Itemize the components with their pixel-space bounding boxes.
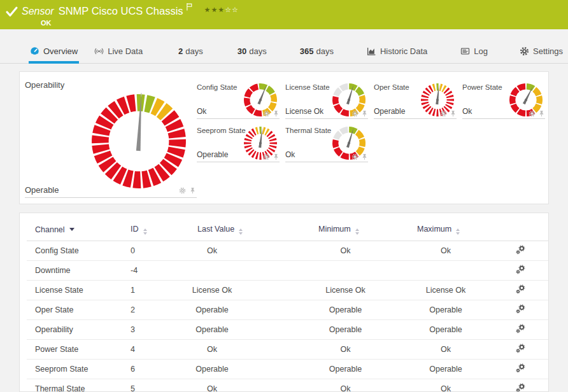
gauge-settings-gear-icon[interactable] <box>263 153 270 160</box>
tab-30-days[interactable]: 30days <box>236 39 268 63</box>
gauge-cell-config-state: Config StateOk <box>197 82 280 119</box>
tab-bar: OverviewLive Data2days30days365daysHisto… <box>0 39 568 64</box>
cell-id: 3 <box>122 320 189 340</box>
gauge-pin-icon[interactable] <box>273 153 280 160</box>
cell-last-value: Ok <box>189 340 310 360</box>
column-header-id[interactable]: ID <box>122 222 189 241</box>
cell-id: 0 <box>122 241 189 261</box>
gauge-settings-gear-icon[interactable] <box>529 110 536 117</box>
cell-id: 1 <box>122 281 189 300</box>
tab-2-days[interactable]: 2days <box>177 39 204 63</box>
edit-channel-button[interactable] <box>516 265 525 274</box>
gauge-pin-icon[interactable] <box>361 110 368 117</box>
gauge-pin-icon[interactable] <box>450 110 457 117</box>
operability-gauge[interactable] <box>90 93 187 192</box>
channels-panel: ChannelIDLast ValueMinimumMaximum Config… <box>19 213 549 392</box>
column-header-channel[interactable]: Channel <box>27 222 122 241</box>
cell-last-value: Operable <box>189 300 310 320</box>
tab-settings[interactable]: Settings <box>518 39 564 63</box>
cell-last-value: License Ok <box>189 281 310 300</box>
cell-minimum: Operable <box>310 320 409 340</box>
sort-desc-icon <box>69 228 75 231</box>
gauge-settings-gear-icon[interactable] <box>263 110 270 117</box>
cell-last-value: Operable <box>189 360 310 379</box>
chart-icon <box>367 46 376 56</box>
star-empty-icon[interactable]: ☆ <box>225 6 232 14</box>
gauge-settings-gear-icon[interactable] <box>351 153 359 160</box>
table-row-license-state: License State1License OkLicense OkLicens… <box>27 281 549 300</box>
table-row-oper-state: Oper State2OperableOperableOperable <box>27 300 549 320</box>
gauge-settings-gear-icon[interactable] <box>351 110 359 117</box>
small-gauges-grid: Config StateOkLicense StateLicense OkOpe… <box>197 82 545 162</box>
column-header-maximum[interactable]: Maximum <box>409 222 511 241</box>
tab-historic-data[interactable]: Historic Data <box>366 39 429 63</box>
gauges-panel: Operability Operable Config StateOkLicen… <box>19 71 549 204</box>
gauge-icon <box>30 46 39 56</box>
sort-icon <box>456 228 460 235</box>
big-gauge-value: Operable <box>25 185 59 195</box>
gauge-pin-icon[interactable] <box>273 110 280 117</box>
tab-overview[interactable]: Overview <box>29 39 79 63</box>
gauge-pin-icon[interactable] <box>361 153 368 160</box>
gauge-value: Ok <box>462 107 472 116</box>
table-row-power-state: Power State4OkOkOk <box>27 340 549 360</box>
cell-channel: Power State <box>27 340 122 360</box>
star-filled-icon[interactable]: ★ <box>218 6 225 14</box>
gauge-value: Ok <box>197 107 206 116</box>
edit-channel-button[interactable] <box>516 324 525 333</box>
star-filled-icon[interactable]: ★ <box>211 6 218 14</box>
gauge-cell-thermal-state: Thermal StateOk <box>285 125 368 162</box>
edit-channel-button[interactable] <box>516 383 525 392</box>
cell-channel: Oper State <box>27 300 122 320</box>
cell-minimum: Operable <box>310 300 409 320</box>
cell-maximum <box>409 261 511 281</box>
tab-label: days <box>316 46 333 56</box>
column-header-minimum[interactable]: Minimum <box>310 222 409 241</box>
cell-maximum: License Ok <box>409 281 511 300</box>
star-empty-icon[interactable]: ☆ <box>232 6 239 14</box>
flag-icon <box>186 2 193 10</box>
cell-id: -4 <box>122 261 189 281</box>
gauge-value: License Ok <box>285 107 323 116</box>
cell-id: 4 <box>122 340 189 360</box>
gauge-pin-icon[interactable] <box>189 187 197 195</box>
tab-label: Live Data <box>108 46 143 56</box>
priority-stars[interactable]: ★★★☆☆ <box>204 6 239 14</box>
channels-table: ChannelIDLast ValueMinimumMaximum Config… <box>27 222 549 392</box>
cell-maximum: Operable <box>409 300 511 320</box>
gauge-value: Operable <box>197 150 228 159</box>
edit-channel-button[interactable] <box>516 363 525 373</box>
tab-number: 30 <box>238 46 246 56</box>
column-header-last-value[interactable]: Last Value <box>189 222 310 241</box>
table-row-thermal-state: Thermal State5OkOkOk <box>27 379 549 392</box>
gauge-settings-gear-icon[interactable] <box>440 110 447 117</box>
cell-minimum: Ok <box>310 241 409 261</box>
tab-live-data[interactable]: Live Data <box>93 39 144 63</box>
edit-channel-button[interactable] <box>516 304 525 314</box>
tab-label: days <box>249 46 266 56</box>
cell-channel: Seeprom State <box>27 360 122 379</box>
edit-channel-button[interactable] <box>516 245 525 255</box>
tab-label: Historic Data <box>380 46 427 56</box>
big-gauge-label: Operability <box>25 80 64 90</box>
tab-365-days[interactable]: 365days <box>299 39 335 63</box>
gauge-settings-gear-icon[interactable] <box>179 187 187 195</box>
cell-last-value: Ok <box>189 241 310 261</box>
edit-channel-button[interactable] <box>516 284 525 294</box>
gauge-cell-seeprom-state: Seeprom StateOperable <box>197 125 280 162</box>
table-row-operability: Operability3OperableOperableOperable <box>27 320 549 340</box>
tab-label: Overview <box>43 46 78 56</box>
gauge-cell-power-state: Power StateOk <box>462 82 545 119</box>
gauge-cell-license-state: License StateLicense Ok <box>285 82 368 119</box>
cell-channel: Downtime <box>27 261 122 281</box>
edit-channel-button[interactable] <box>516 344 525 353</box>
tab-label: Settings <box>533 46 563 56</box>
cell-channel: License State <box>27 281 122 300</box>
cell-minimum: Ok <box>310 340 409 360</box>
sort-icon <box>355 228 359 235</box>
tab-log[interactable]: Log <box>459 39 489 63</box>
tab-label: days <box>185 46 202 56</box>
star-filled-icon[interactable]: ★ <box>204 6 211 14</box>
gauge-value: Ok <box>285 150 295 159</box>
gauge-pin-icon[interactable] <box>538 110 545 117</box>
